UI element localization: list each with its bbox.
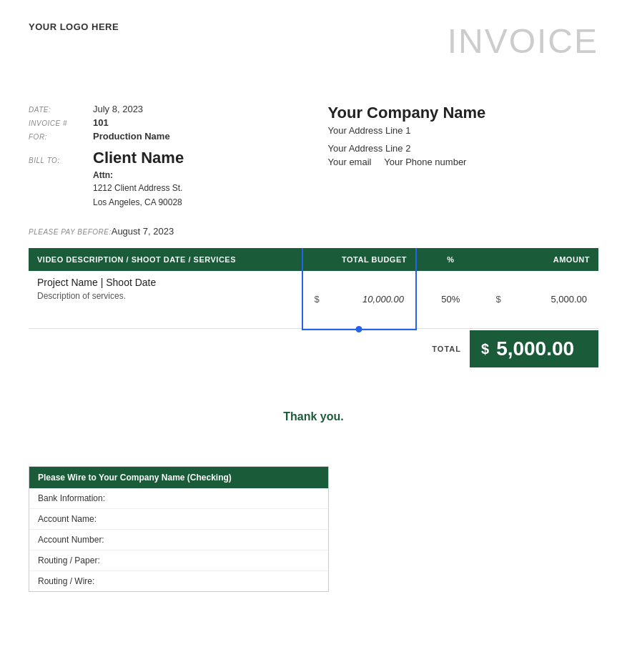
invoice-page: YOUR LOGO HERE INVOICE DATE: July 8, 202…	[0, 0, 627, 672]
date-row: DATE: July 8, 2023	[29, 104, 300, 114]
table-header-row: VIDEO description / shoot date / service…	[29, 248, 598, 271]
invoice-title: INVOICE	[448, 21, 598, 61]
pay-before-label: PLEASE PAY BEFORE:	[29, 228, 112, 236]
for-row: FOR: Production Name	[29, 131, 300, 142]
client-name: Client Name	[93, 149, 184, 167]
total-dollar-sign: $	[481, 341, 489, 357]
invoice-num-value: 101	[93, 117, 109, 128]
project-name: Project Name | Shoot Date	[37, 277, 293, 288]
company-name: Your Company Name	[328, 104, 599, 122]
company-address-line2: Your Address Line 2	[328, 143, 599, 154]
right-info: Your Company Name Your Address Line 1 Yo…	[300, 104, 599, 209]
wire-row-3: Routing / Paper:	[29, 550, 328, 571]
wire-section: Please Wire to Your Company Name (Checki…	[29, 466, 329, 592]
budget-dollar: $	[315, 294, 320, 305]
total-value: 5,000.00	[496, 337, 574, 360]
attn-label: Attn:	[93, 170, 300, 180]
amount-dollar: $	[496, 294, 501, 305]
logo: YOUR LOGO HERE	[29, 21, 119, 32]
for-value: Production Name	[93, 131, 170, 142]
thank-you-text: Thank you.	[29, 410, 598, 423]
wire-row-0: Bank Information:	[29, 488, 328, 509]
company-contact: Your email Your Phone number	[328, 157, 599, 167]
date-value: July 8, 2023	[93, 104, 143, 114]
row-budget: $ 10,000.00	[302, 271, 416, 328]
for-label: FOR:	[29, 133, 93, 141]
row-description-text: Description of services.	[37, 291, 293, 301]
pay-before-value: August 7, 2023	[112, 226, 174, 237]
bill-to-section: BILL TO: Client Name Attn: 1212 Client A…	[29, 149, 300, 209]
total-table: TOTAL $ 5,000.00	[29, 330, 598, 367]
wire-body: Bank Information: Account Name: Account …	[29, 488, 328, 591]
total-label: TOTAL	[29, 330, 470, 367]
table-row: Project Name | Shoot Date Description of…	[29, 271, 598, 328]
wire-row-4: Routing / Wire:	[29, 571, 328, 591]
invoice-num-label: INVOICE #	[29, 119, 93, 127]
wire-header: Please Wire to Your Company Name (Checki…	[29, 467, 328, 488]
row-percent: 50%	[416, 271, 485, 328]
client-address-line2: Los Angeles, CA 90028	[93, 196, 300, 209]
invoice-table: VIDEO description / shoot date / service…	[29, 248, 598, 330]
total-row: TOTAL $ 5,000.00	[29, 330, 598, 367]
total-box: $ 5,000.00	[470, 330, 598, 367]
row-amount: $ 5,000.00	[485, 271, 598, 328]
company-email: Your email	[328, 157, 372, 167]
row-description: Project Name | Shoot Date Description of…	[29, 271, 302, 328]
col-description: VIDEO description / shoot date / service…	[29, 248, 302, 271]
client-address-line1: 1212 Client Address St.	[93, 182, 300, 194]
date-label: DATE:	[29, 106, 93, 114]
col-amount: AMOUNT	[485, 248, 598, 271]
company-phone: Your Phone number	[384, 157, 466, 167]
budget-value: 10,000.00	[362, 294, 404, 305]
company-address-line1: Your Address Line 1	[328, 125, 599, 136]
invoice-num-row: INVOICE # 101	[29, 117, 300, 128]
table-spacer-row	[29, 328, 598, 330]
bill-to-row: BILL TO: Client Name	[29, 149, 300, 167]
amount-value: 5,000.00	[551, 294, 587, 305]
info-section: DATE: July 8, 2023 INVOICE # 101 FOR: Pr…	[29, 104, 598, 209]
col-percent: %	[416, 248, 485, 271]
bill-to-label: BILL TO:	[29, 157, 93, 164]
left-info: DATE: July 8, 2023 INVOICE # 101 FOR: Pr…	[29, 104, 300, 209]
col-budget: TOTAL BUDGET	[302, 248, 416, 271]
wire-row-1: Account Name:	[29, 509, 328, 530]
pay-before-row: PLEASE PAY BEFORE: August 7, 2023	[29, 226, 598, 237]
wire-row-2: Account Number:	[29, 530, 328, 550]
invoice-header: YOUR LOGO HERE INVOICE	[29, 21, 598, 61]
